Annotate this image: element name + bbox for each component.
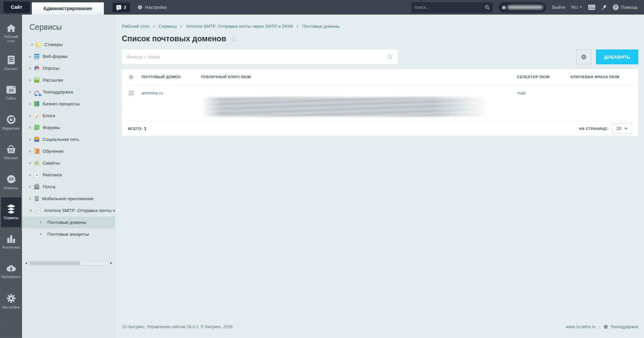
expand-arrow-icon[interactable] — [29, 55, 31, 58]
menu-item-polls[interactable]: Опросы — [22, 62, 115, 74]
breadcrumb-services[interactable]: Сервисы — [159, 24, 177, 29]
learning-icon — [34, 149, 39, 154]
row-actions-menu-icon[interactable] — [122, 85, 141, 96]
breadcrumb: Рабочий стол Сервисы Ammina SMTP: Отправ… — [122, 15, 638, 29]
grid-settings-button[interactable] — [576, 49, 591, 64]
expand-arrow-icon[interactable] — [29, 79, 31, 82]
topbar-search — [412, 2, 493, 13]
scrollbar-track[interactable] — [29, 261, 108, 266]
search-icon[interactable] — [485, 5, 490, 10]
svg-text:24: 24 — [9, 177, 14, 182]
menu-item-forums[interactable]: Форумы — [22, 122, 115, 133]
topbar-search-input[interactable] — [415, 5, 485, 10]
topbar-settings-button[interactable]: Настройки — [137, 5, 167, 10]
breadcrumb-mail-domains[interactable]: Почтовые домены — [302, 24, 340, 29]
menu-item-bizproc[interactable]: Бизнес-процессы — [22, 98, 115, 110]
notifications-button[interactable]: i 3 — [113, 3, 130, 12]
expand-arrow-icon[interactable] — [29, 67, 31, 70]
scroll-right-icon[interactable] — [109, 261, 113, 266]
scrollbar-thumb[interactable] — [30, 261, 80, 265]
breadcrumb-ammina-smtp[interactable]: Ammina SMTP: Отправка почты через SMTP и… — [186, 24, 293, 29]
tab-site[interactable]: Сайт — [3, 1, 30, 13]
table-settings-gear[interactable] — [122, 75, 141, 80]
menu-item-mail-domains[interactable]: Почтовые домены — [22, 216, 115, 228]
sidebar-item-shop[interactable]: Магазин — [1, 138, 21, 168]
sidebar-item-settings[interactable]: Настройки — [1, 287, 21, 317]
sidebar-item-content[interactable]: Контент — [1, 48, 21, 78]
logout-link[interactable]: Выйти — [552, 5, 565, 10]
collapse-arrow-icon[interactable] — [29, 210, 32, 212]
gear-icon — [603, 324, 608, 329]
cell-domain[interactable]: ammina.ru — [141, 85, 201, 96]
hotkeys-keyboard-icon[interactable] — [588, 5, 595, 10]
mailbox-icon — [34, 184, 39, 189]
add-button[interactable]: ДОБАВИТЬ — [596, 49, 638, 64]
sidebar-item-desktop[interactable]: Рабочий стол — [1, 19, 21, 48]
pin-icon[interactable] — [601, 5, 607, 10]
expand-arrow-icon[interactable] — [29, 114, 31, 117]
favorite-star-icon[interactable]: ☆ — [230, 35, 237, 42]
expand-arrow-icon[interactable] — [29, 186, 31, 188]
menu-item-ratings[interactable]: Рейтинги — [22, 169, 115, 181]
sidebar-item-marketing[interactable]: Маркетинг — [1, 108, 21, 138]
scroll-left-icon[interactable] — [24, 261, 28, 266]
expand-arrow-icon[interactable] — [29, 150, 31, 153]
sidebar-item-services[interactable]: Сервисы — [1, 197, 21, 227]
support-link[interactable]: Техподдержка — [603, 324, 638, 329]
sidebar-item-sites[interactable]: 24 Сайты — [1, 78, 21, 108]
breadcrumb-desktop[interactable]: Рабочий стол — [122, 24, 150, 29]
column-header-dkim-phrase[interactable]: КЛЮЧЕВАЯ ФРАЗА DKIM — [571, 75, 638, 79]
filter-search-input[interactable] — [127, 54, 387, 60]
sidebar-item-marketplace[interactable]: Marketplace — [1, 257, 21, 287]
menu-item-newsletter[interactable]: Рассылки — [22, 74, 115, 86]
per-page-select[interactable]: 20 — [612, 123, 632, 134]
breadcrumb-separator-icon — [153, 25, 155, 28]
tab-admin[interactable]: Администрирование — [32, 2, 104, 15]
menu-item-smiles[interactable]: Смайлы — [22, 157, 115, 169]
mobile-icon — [35, 196, 39, 201]
expand-arrow-icon[interactable] — [29, 138, 31, 141]
search-icon[interactable] — [387, 54, 393, 60]
sidebar-item-clients[interactable]: 24 Клиенты — [1, 168, 21, 197]
help-button[interactable]: ? Помощь — [613, 4, 638, 10]
expand-arrow-icon[interactable] — [29, 91, 31, 93]
info-bubble-icon: i — [116, 5, 121, 9]
polls-icon — [34, 66, 39, 71]
user-menu-button[interactable] — [499, 2, 546, 13]
social-icon — [34, 137, 39, 142]
table-row: ammina.ru mail — [122, 85, 638, 121]
gear-icon — [137, 5, 142, 10]
menu-item-stickers[interactable]: Стикеры — [22, 39, 115, 50]
menu-item-ammina-smtp[interactable]: Ammina SMTP: Отправка почты ч — [22, 205, 115, 216]
expand-arrow-icon[interactable] — [29, 174, 31, 176]
expand-arrow-icon[interactable] — [29, 103, 31, 105]
menu-item-mobile[interactable]: Мобильное приложение — [22, 193, 115, 205]
expand-arrow-icon[interactable] — [29, 197, 31, 200]
menu-list: Стикеры Веб-формы Опросы Рассылки Техпод… — [22, 39, 115, 240]
user-name-redacted — [508, 5, 543, 9]
menu-item-support[interactable]: Техподдержка — [22, 86, 115, 98]
sidebar-item-analytics[interactable]: Аналитика — [1, 227, 21, 257]
column-header-domain[interactable]: ПОЧТОВЫЙ ДОМЕН — [141, 75, 201, 79]
smiles-icon — [34, 161, 39, 166]
svg-text:24: 24 — [9, 88, 14, 93]
column-header-dkim-key[interactable]: ПУБЛИЧНЫЙ КЛЮЧ DKIM — [201, 75, 517, 79]
user-avatar — [502, 6, 506, 9]
menu-item-blogs[interactable]: Блоги — [22, 110, 115, 122]
menu-item-mail[interactable]: Почта — [22, 181, 115, 193]
expand-arrow-icon[interactable] — [29, 126, 31, 129]
language-selector[interactable]: RU — [571, 5, 582, 10]
topbar: Сайт Администрирование i 3 Настройки Вый… — [0, 0, 644, 15]
main-content: Рабочий стол Сервисы Ammina SMTP: Отправ… — [115, 15, 644, 338]
column-header-dkim-selector[interactable]: СЕЛЕКТОР DKIM — [517, 75, 571, 79]
language-label: RU — [571, 5, 578, 10]
menu-item-social[interactable]: Социальная сеть — [22, 133, 115, 145]
expand-arrow-icon[interactable] — [29, 162, 31, 165]
gear-icon — [6, 294, 16, 303]
menu-item-mail-accounts[interactable]: Почтовые аккаунты — [22, 228, 115, 240]
menu-panel: Сервисы Стикеры Веб-формы Опросы Рассылк… — [22, 15, 115, 338]
menu-item-webforms[interactable]: Веб-формы — [22, 50, 115, 62]
bitrix-site-link[interactable]: www.1c-bitrix.ru — [566, 324, 596, 329]
menu-item-learning[interactable]: Обучение — [22, 145, 115, 157]
bullet-dot — [40, 233, 42, 235]
